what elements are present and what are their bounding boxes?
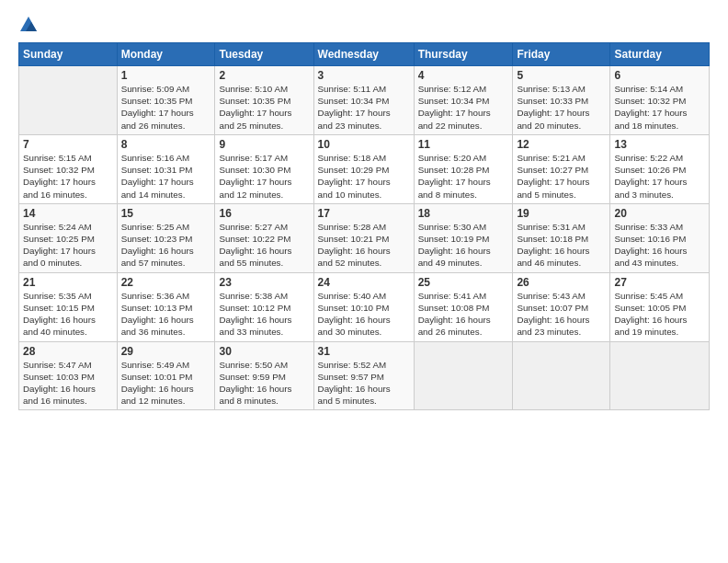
- day-number: 29: [121, 345, 211, 358]
- calendar-cell: [414, 341, 513, 410]
- day-info: Sunrise: 5:13 AM Sunset: 10:33 PM Daylig…: [517, 83, 606, 132]
- day-number: 12: [517, 138, 606, 151]
- calendar-cell: 8Sunrise: 5:16 AM Sunset: 10:31 PM Dayli…: [117, 134, 215, 203]
- calendar-cell: [513, 341, 610, 410]
- calendar-cell: 31Sunrise: 5:52 AM Sunset: 9:57 PM Dayli…: [313, 341, 414, 410]
- day-info: Sunrise: 5:27 AM Sunset: 10:22 PM Daylig…: [219, 221, 309, 270]
- day-info: Sunrise: 5:33 AM Sunset: 10:16 PM Daylig…: [614, 221, 705, 270]
- day-number: 16: [219, 207, 309, 220]
- calendar-cell: [610, 341, 710, 410]
- day-number: 7: [23, 138, 113, 151]
- week-row-3: 14Sunrise: 5:24 AM Sunset: 10:25 PM Dayl…: [19, 203, 710, 272]
- day-number: 2: [219, 69, 309, 82]
- day-info: Sunrise: 5:31 AM Sunset: 10:18 PM Daylig…: [517, 221, 606, 270]
- day-number: 9: [219, 138, 309, 151]
- day-header-thursday: Thursday: [414, 43, 513, 66]
- day-info: Sunrise: 5:15 AM Sunset: 10:32 PM Daylig…: [23, 152, 113, 201]
- day-number: 5: [517, 69, 606, 82]
- day-number: 25: [418, 276, 509, 289]
- calendar-cell: 3Sunrise: 5:11 AM Sunset: 10:34 PM Dayli…: [313, 66, 414, 135]
- day-number: 18: [418, 207, 509, 220]
- calendar-cell: 21Sunrise: 5:35 AM Sunset: 10:15 PM Dayl…: [19, 272, 118, 341]
- day-number: 1: [121, 69, 211, 82]
- calendar-cell: 1Sunrise: 5:09 AM Sunset: 10:35 PM Dayli…: [117, 66, 215, 135]
- day-info: Sunrise: 5:14 AM Sunset: 10:32 PM Daylig…: [614, 83, 705, 132]
- day-number: 6: [614, 69, 705, 82]
- calendar-cell: 25Sunrise: 5:41 AM Sunset: 10:08 PM Dayl…: [414, 272, 513, 341]
- day-info: Sunrise: 5:30 AM Sunset: 10:19 PM Daylig…: [418, 221, 509, 270]
- day-info: Sunrise: 5:38 AM Sunset: 10:12 PM Daylig…: [219, 290, 309, 339]
- calendar-cell: 11Sunrise: 5:20 AM Sunset: 10:28 PM Dayl…: [414, 134, 513, 203]
- week-row-1: 1Sunrise: 5:09 AM Sunset: 10:35 PM Dayli…: [19, 66, 710, 135]
- calendar-cell: [19, 66, 118, 135]
- day-info: Sunrise: 5:10 AM Sunset: 10:35 PM Daylig…: [219, 83, 309, 132]
- day-number: 13: [614, 138, 705, 151]
- day-info: Sunrise: 5:12 AM Sunset: 10:34 PM Daylig…: [418, 83, 509, 132]
- day-info: Sunrise: 5:25 AM Sunset: 10:23 PM Daylig…: [121, 221, 211, 270]
- calendar-cell: 4Sunrise: 5:12 AM Sunset: 10:34 PM Dayli…: [414, 66, 513, 135]
- day-header-sunday: Sunday: [19, 43, 118, 66]
- week-row-2: 7Sunrise: 5:15 AM Sunset: 10:32 PM Dayli…: [19, 134, 710, 203]
- day-info: Sunrise: 5:22 AM Sunset: 10:26 PM Daylig…: [614, 152, 705, 201]
- day-info: Sunrise: 5:16 AM Sunset: 10:31 PM Daylig…: [121, 152, 211, 201]
- day-info: Sunrise: 5:45 AM Sunset: 10:05 PM Daylig…: [614, 290, 705, 339]
- header-row: SundayMondayTuesdayWednesdayThursdayFrid…: [19, 43, 710, 66]
- calendar-cell: 14Sunrise: 5:24 AM Sunset: 10:25 PM Dayl…: [19, 203, 118, 272]
- day-info: Sunrise: 5:18 AM Sunset: 10:29 PM Daylig…: [318, 152, 410, 201]
- day-info: Sunrise: 5:24 AM Sunset: 10:25 PM Daylig…: [23, 221, 113, 270]
- calendar-cell: 5Sunrise: 5:13 AM Sunset: 10:33 PM Dayli…: [513, 66, 610, 135]
- calendar-cell: 16Sunrise: 5:27 AM Sunset: 10:22 PM Dayl…: [215, 203, 313, 272]
- calendar-cell: 30Sunrise: 5:50 AM Sunset: 9:59 PM Dayli…: [215, 341, 313, 410]
- day-number: 19: [517, 207, 606, 220]
- day-info: Sunrise: 5:40 AM Sunset: 10:10 PM Daylig…: [318, 290, 410, 339]
- day-info: Sunrise: 5:21 AM Sunset: 10:27 PM Daylig…: [517, 152, 606, 201]
- calendar-cell: 27Sunrise: 5:45 AM Sunset: 10:05 PM Dayl…: [610, 272, 710, 341]
- calendar-cell: 15Sunrise: 5:25 AM Sunset: 10:23 PM Dayl…: [117, 203, 215, 272]
- calendar-cell: 24Sunrise: 5:40 AM Sunset: 10:10 PM Dayl…: [313, 272, 414, 341]
- week-row-5: 28Sunrise: 5:47 AM Sunset: 10:03 PM Dayl…: [19, 341, 710, 410]
- calendar-cell: 19Sunrise: 5:31 AM Sunset: 10:18 PM Dayl…: [513, 203, 610, 272]
- calendar-table: SundayMondayTuesdayWednesdayThursdayFrid…: [18, 42, 710, 410]
- page: SundayMondayTuesdayWednesdayThursdayFrid…: [0, 0, 728, 563]
- day-info: Sunrise: 5:47 AM Sunset: 10:03 PM Daylig…: [23, 359, 113, 408]
- calendar-cell: 9Sunrise: 5:17 AM Sunset: 10:30 PM Dayli…: [215, 134, 313, 203]
- day-number: 10: [318, 138, 410, 151]
- day-header-friday: Friday: [513, 43, 610, 66]
- calendar-cell: 28Sunrise: 5:47 AM Sunset: 10:03 PM Dayl…: [19, 341, 118, 410]
- day-number: 23: [219, 276, 309, 289]
- day-header-saturday: Saturday: [610, 43, 710, 66]
- day-header-monday: Monday: [117, 43, 215, 66]
- day-number: 24: [318, 276, 410, 289]
- calendar-cell: 23Sunrise: 5:38 AM Sunset: 10:12 PM Dayl…: [215, 272, 313, 341]
- calendar-cell: 10Sunrise: 5:18 AM Sunset: 10:29 PM Dayl…: [313, 134, 414, 203]
- day-info: Sunrise: 5:36 AM Sunset: 10:13 PM Daylig…: [121, 290, 211, 339]
- day-number: 28: [23, 345, 113, 358]
- day-number: 22: [121, 276, 211, 289]
- calendar-cell: 6Sunrise: 5:14 AM Sunset: 10:32 PM Dayli…: [610, 66, 710, 135]
- day-number: 15: [121, 207, 211, 220]
- day-info: Sunrise: 5:17 AM Sunset: 10:30 PM Daylig…: [219, 152, 309, 201]
- day-info: Sunrise: 5:35 AM Sunset: 10:15 PM Daylig…: [23, 290, 113, 339]
- day-info: Sunrise: 5:49 AM Sunset: 10:01 PM Daylig…: [121, 359, 211, 408]
- day-number: 26: [517, 276, 606, 289]
- day-number: 20: [614, 207, 705, 220]
- day-number: 21: [23, 276, 113, 289]
- day-info: Sunrise: 5:20 AM Sunset: 10:28 PM Daylig…: [418, 152, 509, 201]
- logo: [18, 15, 42, 35]
- day-number: 17: [318, 207, 410, 220]
- week-row-4: 21Sunrise: 5:35 AM Sunset: 10:15 PM Dayl…: [19, 272, 710, 341]
- day-info: Sunrise: 5:43 AM Sunset: 10:07 PM Daylig…: [517, 290, 606, 339]
- day-header-wednesday: Wednesday: [313, 43, 414, 66]
- calendar-cell: 18Sunrise: 5:30 AM Sunset: 10:19 PM Dayl…: [414, 203, 513, 272]
- day-number: 3: [318, 69, 410, 82]
- day-number: 8: [121, 138, 211, 151]
- calendar-cell: 12Sunrise: 5:21 AM Sunset: 10:27 PM Dayl…: [513, 134, 610, 203]
- logo-icon: [18, 15, 39, 35]
- day-number: 31: [318, 345, 410, 358]
- calendar-cell: 29Sunrise: 5:49 AM Sunset: 10:01 PM Dayl…: [117, 341, 215, 410]
- header: [18, 15, 710, 35]
- calendar-cell: 13Sunrise: 5:22 AM Sunset: 10:26 PM Dayl…: [610, 134, 710, 203]
- day-number: 11: [418, 138, 509, 151]
- calendar-cell: 7Sunrise: 5:15 AM Sunset: 10:32 PM Dayli…: [19, 134, 118, 203]
- calendar-cell: 26Sunrise: 5:43 AM Sunset: 10:07 PM Dayl…: [513, 272, 610, 341]
